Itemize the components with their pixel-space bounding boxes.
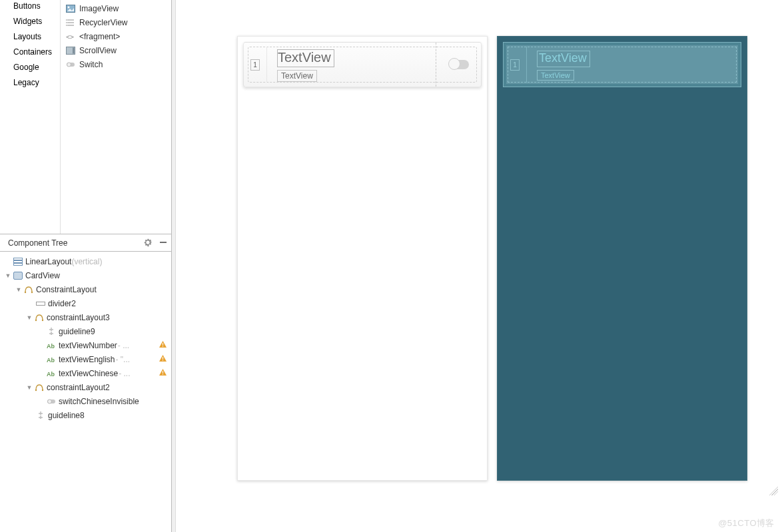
palette-widget-label: Switch <box>79 60 103 69</box>
svg-point-21 <box>35 319 37 320</box>
palette-widgets-list: ImageView RecyclerView <> <fragment> <box>60 0 171 234</box>
svg-rect-16 <box>14 263 23 265</box>
tree-node-label: divider2 <box>48 299 76 308</box>
svg-point-6 <box>66 22 67 23</box>
warning-icon[interactable] <box>152 368 167 379</box>
tree-node-linearlayout[interactable]: LinearLayout(vertical) <box>0 254 171 268</box>
component-tree-title: Component Tree <box>8 238 67 248</box>
blueprint-number-box[interactable]: 1 <box>504 59 526 71</box>
collapse-icon[interactable]: ▼ <box>25 384 33 391</box>
svg-rect-28 <box>163 357 163 360</box>
svg-point-33 <box>35 389 37 390</box>
tree-node-label: textViewNumber- ... <box>59 341 129 350</box>
tree-node-switchchineseinvisible[interactable]: switchChineseInvisible <box>0 394 171 408</box>
cardview-icon <box>13 272 23 280</box>
palette-category-layouts[interactable]: Layouts <box>1 29 60 45</box>
tree-node-constraintlayout3[interactable]: ▼ constraintLayout3 <box>0 310 171 324</box>
switch-icon <box>66 61 75 69</box>
left-panel: Buttons Widgets Layouts Containers Googl… <box>0 0 172 532</box>
tree-node-label: textViewChinese- ... <box>59 369 131 378</box>
palette-category-containers[interactable]: Containers <box>1 45 60 60</box>
blueprint-preview[interactable]: 1 TextView TextView <box>497 36 747 481</box>
collapse-icon[interactable]: ▼ <box>15 286 23 293</box>
preview-texts: TextView TextView <box>266 47 436 83</box>
blueprint-textview-english[interactable]: TextView <box>537 51 590 67</box>
palette-widget-imageview[interactable]: ImageView <box>62 1 171 15</box>
palette-category-google[interactable]: Google <box>1 60 60 75</box>
tree-node-label: CardView <box>25 271 60 280</box>
component-tree-header: Component Tree <box>0 234 171 252</box>
tree-node-guideline8[interactable]: guideline8 <box>0 408 171 422</box>
canvas-container: 1 TextView TextView 1 <box>237 36 747 481</box>
palette-category-legacy[interactable]: Legacy <box>1 75 60 91</box>
tree-node-label: constraintLayout3 <box>47 313 110 322</box>
minimize-icon[interactable] <box>159 238 167 248</box>
tree-node-constraintlayout2[interactable]: ▼ constraintLayout2 <box>0 380 171 394</box>
svg-rect-25 <box>163 343 163 346</box>
tree-node-label: switchChineseInvisible <box>59 397 139 406</box>
constraintlayout-icon <box>24 286 33 294</box>
preview-switch[interactable] <box>449 60 469 69</box>
tree-node-divider2[interactable]: divider2 <box>0 296 171 310</box>
palette-widget-fragment[interactable]: <> <fragment> <box>62 29 171 43</box>
scroll-icon <box>66 47 75 55</box>
tree-node-constraintlayout[interactable]: ▼ ConstraintLayout <box>0 282 171 296</box>
svg-point-36 <box>48 399 52 403</box>
palette-category-widgets[interactable]: Widgets <box>1 14 60 29</box>
svg-rect-20 <box>37 302 45 305</box>
blueprint-textview-chinese[interactable]: TextView <box>537 70 574 81</box>
guideline-icon <box>36 411 45 419</box>
tree-node-textviewenglish[interactable]: Ab textViewEnglish- "... <box>0 352 171 366</box>
tree-node-label: LinearLayout(vertical) <box>25 257 102 266</box>
textview-icon: Ab <box>47 342 56 350</box>
svg-text:<>: <> <box>66 33 74 41</box>
palette-widget-recyclerview[interactable]: RecyclerView <box>62 15 171 29</box>
switch-thumb-icon <box>448 58 460 70</box>
svg-point-1 <box>68 6 70 8</box>
svg-point-12 <box>67 63 71 67</box>
svg-rect-13 <box>160 242 167 243</box>
tree-node-guideline9[interactable]: guideline9 <box>0 324 171 338</box>
palette-categories: Buttons Widgets Layouts Containers Googl… <box>0 0 60 234</box>
tree-node-label: guideline9 <box>59 327 95 336</box>
warning-icon[interactable] <box>152 340 167 351</box>
tree-node-textviewchinese[interactable]: Ab textViewChinese- ... <box>0 366 171 380</box>
constraintlayout-icon <box>35 384 44 392</box>
blueprint-cardview[interactable]: 1 TextView TextView <box>503 42 741 87</box>
palette-widget-label: <fragment> <box>79 32 120 41</box>
svg-text:Ab: Ab <box>47 343 55 350</box>
switch-icon <box>47 398 56 405</box>
collapse-icon[interactable]: ▼ <box>4 272 12 279</box>
tree-node-cardview[interactable]: ▼ CardView <box>0 268 171 282</box>
preview-number-box[interactable]: 1 <box>244 59 266 71</box>
resize-grip-icon[interactable] <box>769 486 778 495</box>
list-icon <box>66 19 75 27</box>
svg-rect-15 <box>14 260 23 262</box>
warning-icon[interactable] <box>152 354 167 365</box>
divider-icon <box>266 47 267 83</box>
tree-node-textviewnumber[interactable]: Ab textViewNumber- ... <box>0 338 171 352</box>
svg-rect-32 <box>163 374 163 375</box>
palette-widget-scrollview[interactable]: ScrollView <box>62 43 171 57</box>
svg-rect-31 <box>163 371 163 374</box>
tree-node-label: guideline8 <box>48 411 85 420</box>
textview-icon: Ab <box>47 356 56 364</box>
svg-text:Ab: Ab <box>47 371 55 378</box>
design-preview[interactable]: 1 TextView TextView <box>237 36 488 481</box>
collapse-icon[interactable]: ▼ <box>25 314 33 321</box>
preview-cardview[interactable]: 1 TextView TextView <box>243 42 482 87</box>
svg-point-22 <box>42 319 43 320</box>
image-icon <box>66 5 75 13</box>
palette-widget-switch[interactable]: Switch <box>62 57 171 71</box>
watermark-text: @51CTO博客 <box>718 517 775 529</box>
design-surface[interactable]: 1 TextView TextView 1 <box>176 0 780 532</box>
svg-rect-17 <box>14 272 23 279</box>
preview-textview-english[interactable]: TextView <box>277 49 334 67</box>
palette-category-buttons[interactable]: Buttons <box>1 1 60 14</box>
preview-textview-chinese[interactable]: TextView <box>277 70 317 82</box>
gear-icon[interactable] <box>143 238 153 248</box>
svg-point-7 <box>66 25 67 26</box>
palette-widget-label: ImageView <box>79 4 119 13</box>
svg-rect-14 <box>14 258 23 260</box>
palette-widget-label: ScrollView <box>79 46 117 55</box>
